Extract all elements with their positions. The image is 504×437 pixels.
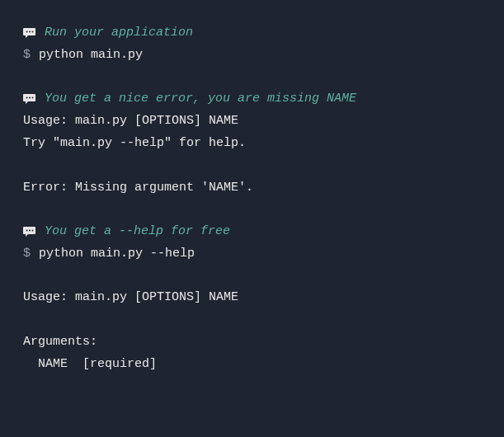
- speech-bubble-icon: [23, 27, 36, 39]
- speech-bubble-icon: [23, 226, 36, 237]
- output-try: Try "main.py --help" for help.: [23, 132, 481, 154]
- command-line: $ python main.py --help: [23, 242, 481, 265]
- terminal-block-help: You get a --help for free $ python main.…: [23, 220, 481, 265]
- svg-point-1: [29, 31, 31, 32]
- svg-point-6: [26, 229, 28, 231]
- svg-point-2: [32, 31, 34, 32]
- command-text: python main.py --help: [39, 242, 195, 265]
- output-usage: Usage: main.py [OPTIONS] NAME: [23, 286, 481, 308]
- speech-bubble-icon: [23, 93, 36, 105]
- svg-point-0: [26, 31, 28, 32]
- terminal-block-help-output: Usage: main.py [OPTIONS] NAME Arguments:…: [23, 286, 481, 375]
- output-error: Error: Missing argument 'NAME'.: [23, 176, 481, 199]
- comment-text: You get a nice error, you are missing NA…: [45, 87, 356, 110]
- output-usage: Usage: main.py [OPTIONS] NAME: [23, 110, 481, 132]
- svg-point-3: [26, 96, 28, 98]
- comment-line: You get a --help for free: [23, 220, 481, 242]
- command-text: python main.py: [39, 44, 143, 66]
- svg-point-5: [32, 96, 34, 98]
- comment-line: Run your application: [23, 21, 481, 44]
- comment-line: You get a nice error, you are missing NA…: [23, 87, 481, 110]
- command-line: $ python main.py: [23, 44, 481, 66]
- terminal-block-error: You get a nice error, you are missing NA…: [23, 87, 481, 199]
- shell-prompt: $: [23, 44, 31, 66]
- svg-point-7: [29, 229, 31, 231]
- output-args-header: Arguments:: [23, 331, 481, 353]
- svg-point-4: [29, 96, 31, 98]
- comment-text: You get a --help for free: [45, 220, 230, 242]
- svg-point-8: [32, 229, 34, 231]
- shell-prompt: $: [23, 242, 31, 265]
- output-args-line: NAME [required]: [23, 353, 481, 375]
- terminal-block-run: Run your application $ python main.py: [23, 21, 481, 66]
- comment-text: Run your application: [45, 21, 193, 44]
